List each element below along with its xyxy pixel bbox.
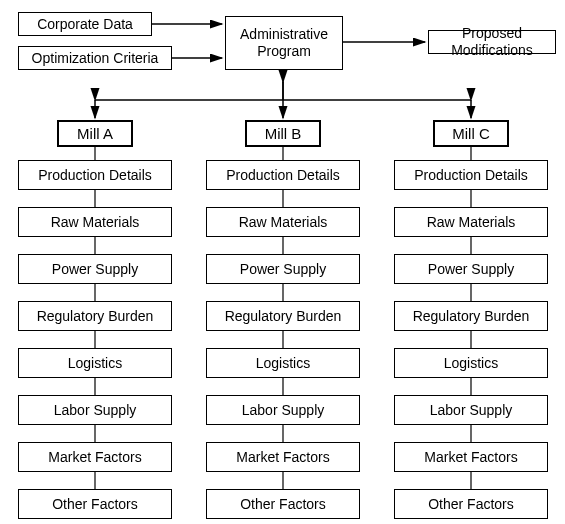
box-b-regulatory-burden: Regulatory Burden [206,301,360,331]
label: Logistics [444,355,498,372]
label: Raw Materials [427,214,516,231]
label: Power Supply [52,261,138,278]
label: Corporate Data [37,16,133,33]
box-a-logistics: Logistics [18,348,172,378]
label: Raw Materials [51,214,140,231]
label: Other Factors [52,496,138,513]
box-c-labor-supply: Labor Supply [394,395,548,425]
label: Other Factors [428,496,514,513]
box-mill-c: Mill C [433,120,509,147]
box-b-raw-materials: Raw Materials [206,207,360,237]
box-optimization-criteria: Optimization Criteria [18,46,172,70]
label: Optimization Criteria [32,50,159,67]
label: Regulatory Burden [413,308,530,325]
box-a-raw-materials: Raw Materials [18,207,172,237]
label: Mill C [452,125,490,143]
box-c-production-details: Production Details [394,160,548,190]
box-a-production-details: Production Details [18,160,172,190]
box-c-market-factors: Market Factors [394,442,548,472]
label: Regulatory Burden [225,308,342,325]
box-corporate-data: Corporate Data [18,12,152,36]
box-mill-b: Mill B [245,120,321,147]
box-b-other-factors: Other Factors [206,489,360,519]
label: Raw Materials [239,214,328,231]
label: Labor Supply [54,402,137,419]
label: Mill B [265,125,302,143]
label: Market Factors [424,449,517,466]
label: Labor Supply [430,402,513,419]
box-b-labor-supply: Labor Supply [206,395,360,425]
box-a-market-factors: Market Factors [18,442,172,472]
label: Administrative Program [230,26,338,60]
diagram-canvas: Corporate Data Optimization Criteria Adm… [0,0,565,524]
box-c-other-factors: Other Factors [394,489,548,519]
box-mill-a: Mill A [57,120,133,147]
label: Production Details [38,167,152,184]
box-b-production-details: Production Details [206,160,360,190]
label: Other Factors [240,496,326,513]
box-a-regulatory-burden: Regulatory Burden [18,301,172,331]
label: Power Supply [240,261,326,278]
label: Production Details [414,167,528,184]
label: Power Supply [428,261,514,278]
label: Labor Supply [242,402,325,419]
label: Market Factors [48,449,141,466]
box-c-raw-materials: Raw Materials [394,207,548,237]
box-c-power-supply: Power Supply [394,254,548,284]
box-proposed-modifications: Proposed Modifications [428,30,556,54]
box-a-labor-supply: Labor Supply [18,395,172,425]
box-c-logistics: Logistics [394,348,548,378]
box-a-power-supply: Power Supply [18,254,172,284]
box-c-regulatory-burden: Regulatory Burden [394,301,548,331]
box-b-power-supply: Power Supply [206,254,360,284]
box-b-market-factors: Market Factors [206,442,360,472]
label: Market Factors [236,449,329,466]
box-admin-program: Administrative Program [225,16,343,70]
box-a-other-factors: Other Factors [18,489,172,519]
label: Production Details [226,167,340,184]
label: Proposed Modifications [433,25,551,59]
label: Regulatory Burden [37,308,154,325]
label: Mill A [77,125,113,143]
box-b-logistics: Logistics [206,348,360,378]
label: Logistics [68,355,122,372]
label: Logistics [256,355,310,372]
